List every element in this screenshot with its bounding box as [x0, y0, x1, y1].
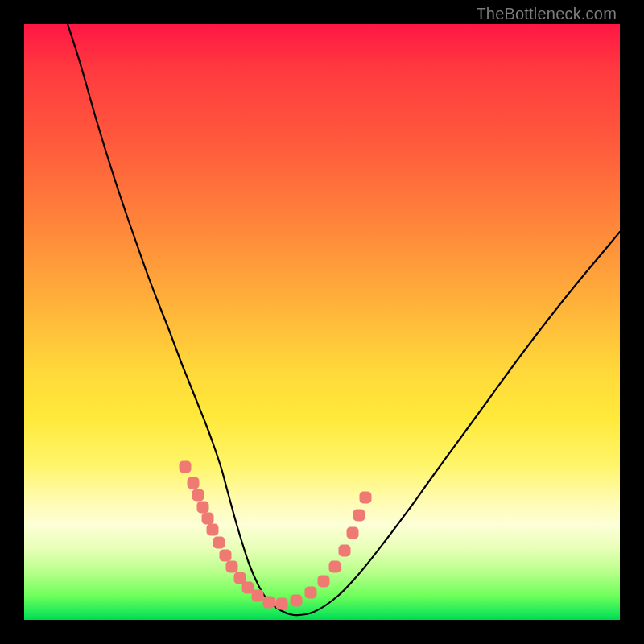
data-dot: [360, 492, 372, 504]
data-dots: [180, 461, 372, 610]
data-dot: [213, 537, 225, 549]
data-dot: [305, 587, 317, 599]
data-dot: [347, 527, 359, 539]
data-dot: [197, 502, 209, 514]
data-dot: [318, 576, 330, 588]
chart-frame: TheBottleneck.com: [0, 0, 644, 644]
data-dot: [188, 477, 200, 489]
data-dot: [220, 550, 232, 562]
data-dot: [207, 524, 219, 536]
data-dot: [252, 590, 264, 602]
data-dot: [263, 597, 275, 609]
data-dot: [180, 461, 192, 473]
data-dot: [226, 561, 238, 573]
watermark-text: TheBottleneck.com: [476, 5, 617, 23]
data-dot: [329, 561, 341, 573]
data-dot: [276, 598, 288, 610]
data-dot: [202, 513, 214, 525]
plot-area: [24, 24, 620, 620]
data-dot: [339, 545, 351, 557]
bottleneck-curve: [68, 24, 620, 615]
data-dot: [291, 595, 303, 607]
data-dot: [353, 510, 365, 522]
data-dot: [192, 489, 204, 502]
curve-svg: [24, 24, 620, 620]
